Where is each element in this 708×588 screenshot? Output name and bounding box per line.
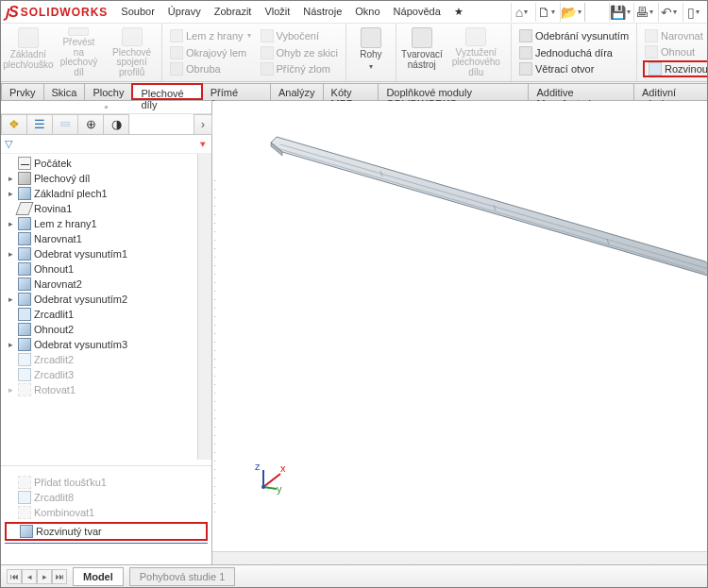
expander-icon[interactable]: ▸ — [7, 250, 15, 259]
menu-insert[interactable]: Vložit — [259, 4, 295, 20]
tree-item-kombinovat1[interactable]: Kombinovat1 — [1, 505, 211, 520]
tree-item-zrcadlit8[interactable]: Zrcadlit8 — [1, 490, 211, 505]
flat-pattern-selected[interactable]: Rozvinutý tvar — [5, 522, 208, 541]
bottom-tab-motion[interactable]: Pohybová studie 1 — [129, 567, 236, 586]
jog-button[interactable]: Vybočení — [259, 27, 340, 44]
tree-item-zrcadlit2[interactable]: Zrcadlit2 — [1, 352, 197, 367]
tree-item-narovnat1[interactable]: Narovnat1 — [1, 231, 197, 246]
feature-tree-tab-icon[interactable]: ❖ — [1, 114, 27, 135]
undo-icon[interactable]: ↶▾ — [658, 3, 679, 22]
tree-item-zrcadlit3[interactable]: Zrcadlit3 — [1, 367, 197, 382]
expander-icon[interactable] — [7, 160, 15, 168]
tree-item-odebrat-vysunutím1[interactable]: ▸Odebrat vysunutím1 — [1, 246, 197, 261]
filter-icon[interactable]: ▽ — [5, 138, 18, 151]
menu-help[interactable]: Nápověda — [388, 4, 447, 20]
orientation-triad[interactable]: x y z — [252, 461, 290, 498]
tree-item-přidat-tloušťku1[interactable]: Přidat tloušťku1 — [1, 475, 211, 490]
command-tab-additive-manufacturing[interactable]: Additive Manufacturing — [528, 83, 634, 100]
tree-item-základní-plech1[interactable]: ▸Základní plech1 — [1, 186, 197, 201]
command-tab-prvky[interactable]: Prvky — [1, 83, 44, 100]
expander-icon[interactable] — [7, 205, 15, 213]
new-icon[interactable]: 🗋▾ — [535, 3, 556, 22]
tree-item-ohnout1[interactable]: Ohnout1 — [1, 261, 197, 277]
unfold-button[interactable]: Rozvinout — [643, 60, 707, 77]
bottom-tab-model[interactable]: Model — [73, 567, 124, 586]
command-tab-plechové-díly[interactable]: Plechové díly — [131, 83, 202, 100]
tree-item-počátek[interactable]: Počátek — [1, 156, 197, 171]
dim-manager-tab-icon[interactable]: ⊕ — [77, 114, 104, 135]
edge-flange-button[interactable]: Lem z hrany▾ — [168, 27, 253, 44]
expander-icon[interactable]: ▸ — [7, 175, 15, 183]
tree-item-ohnout2[interactable]: Ohnout2 — [1, 322, 197, 337]
expander-icon[interactable] — [7, 280, 15, 289]
save-icon[interactable]: 💾▾ — [609, 3, 630, 22]
cross-break-button[interactable]: Příčný zlom — [259, 60, 340, 77]
command-tab-kóty-mbd[interactable]: Kóty MBD — [323, 83, 379, 100]
viewport-h-scrollbar[interactable] — [212, 551, 707, 564]
config-manager-tab-icon[interactable]: 𝄘 — [52, 114, 78, 135]
tab-button[interactable]: Obruba — [168, 60, 253, 77]
feature-icon — [18, 247, 31, 260]
simple-hole-button[interactable]: Jednoduchá díra — [517, 44, 631, 61]
filter-dropdown-icon[interactable]: 🔻 — [197, 140, 208, 149]
forming-tool-button[interactable]: Tvarovací nástroj — [400, 25, 444, 79]
tree-item-zrcadlit1[interactable]: Zrcadlit1 — [1, 307, 197, 322]
vent-button[interactable]: Větrací otvor — [517, 60, 631, 77]
menu-file[interactable]: Soubor — [115, 4, 160, 20]
menu-view[interactable]: Zobrazit — [209, 4, 258, 20]
expander-icon[interactable]: ▸ — [7, 295, 15, 304]
tree-item-rotovat1[interactable]: ▸Rotovat1 — [1, 382, 197, 397]
expander-icon[interactable]: ▸ — [7, 386, 15, 395]
lofted-bend-button[interactable]: Plechové spojení profilů — [106, 25, 158, 79]
expander-icon[interactable]: ▸ — [7, 190, 15, 198]
property-manager-tab-icon[interactable]: ☰ — [26, 114, 53, 135]
tree-item-narovnat2[interactable]: Narovnat2 — [1, 277, 197, 292]
expander-icon[interactable] — [7, 371, 15, 379]
tree-item-rovina1[interactable]: Rovina1 — [1, 201, 197, 216]
sheet-nav-arrows[interactable]: ⏮◂▸⏭ — [7, 569, 67, 584]
panel-grip[interactable]: ∘ — [1, 101, 211, 114]
expander-icon[interactable] — [7, 311, 15, 319]
corners-button[interactable]: Rohy▾ — [350, 25, 392, 79]
expander-icon[interactable]: ▸ — [7, 341, 15, 349]
command-tab-přímé-úpravy[interactable]: Přímé úpravy — [202, 83, 271, 100]
display-manager-tab-icon[interactable]: ◑ — [103, 114, 129, 135]
convert-sheet-button[interactable]: Převést na plechový díl — [54, 25, 105, 79]
flatten-button[interactable]: Narovnat — [643, 27, 707, 44]
select-icon[interactable]: ▯▾ — [683, 3, 703, 22]
tree-item-plechový-díl[interactable]: ▸Plechový díl — [1, 171, 197, 186]
svg-marker-0 — [271, 137, 707, 277]
tree-item-odebrat-vysunutím3[interactable]: ▸Odebrat vysunutím3 — [1, 337, 197, 352]
expander-icon[interactable]: ▸ — [7, 220, 15, 228]
cut-extrude-button[interactable]: Odebrání vysunutím — [517, 27, 631, 44]
menu-edit[interactable]: Úpravy — [162, 4, 207, 20]
tree-item-odebrat-vysunutím2[interactable]: ▸Odebrat vysunutím2 — [1, 292, 197, 307]
expander-icon[interactable] — [7, 326, 15, 334]
sheet-gusset-button[interactable]: Vyztužení plechového dílu — [446, 25, 507, 79]
home-icon[interactable]: ⌂▾ — [511, 3, 531, 22]
expander-icon[interactable] — [7, 265, 15, 274]
command-tab-skica[interactable]: Skica — [43, 83, 86, 100]
command-tab-doplňkové-moduly-solidworks[interactable]: Doplňkové moduly SOLIDWORKS — [378, 83, 529, 100]
print-icon[interactable]: 🖶▾ — [633, 3, 654, 22]
quick-toolbar: ⌂▾ 🗋▾ 📂▾ 💾▾ 🖶▾ ↶▾ ▯▾ — [511, 3, 703, 22]
hem-button[interactable]: Okrajový lem — [168, 44, 253, 61]
command-tab-plochy[interactable]: Plochy — [84, 83, 132, 100]
expander-icon[interactable] — [7, 235, 15, 244]
menu-star[interactable]: ★ — [448, 4, 469, 20]
open-icon[interactable]: 📂▾ — [560, 3, 581, 22]
menu-tools[interactable]: Nástroje — [297, 4, 347, 20]
base-flange-button[interactable]: Základní plech/ouško — [5, 25, 52, 79]
command-tab-analýzy[interactable]: Analýzy — [270, 83, 324, 100]
ribbon: Základní plech/ouško Převést na plechový… — [1, 24, 707, 82]
sketched-bend-button[interactable]: Ohyb ze skici — [259, 44, 340, 61]
fold-button[interactable]: Ohnout — [643, 44, 707, 61]
panel-tabs-overflow-icon[interactable]: › — [194, 114, 212, 135]
graphics-viewport[interactable]: x y z — [212, 101, 707, 564]
expander-icon[interactable] — [7, 356, 15, 364]
tree-scrollbar[interactable] — [197, 154, 211, 460]
menu-window[interactable]: Okno — [349, 4, 385, 20]
feature-icon — [18, 476, 31, 489]
tree-item-lem-z-hrany1[interactable]: ▸Lem z hrany1 — [1, 216, 197, 231]
command-tab-aditivní-výroba[interactable]: Aditivní výroba — [633, 83, 708, 100]
